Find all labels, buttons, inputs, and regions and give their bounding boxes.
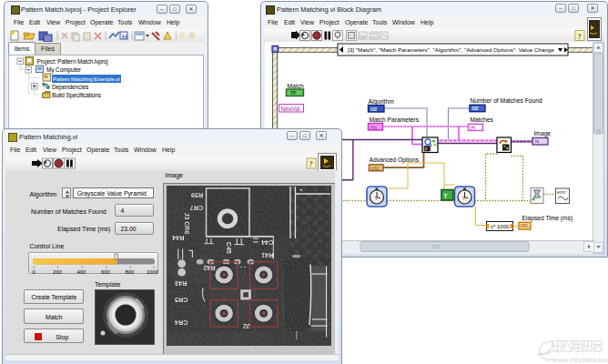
- svg-text:R44: R44: [172, 234, 184, 241]
- svg-text:Is: Is: [535, 138, 539, 144]
- svg-text:0: 0: [33, 269, 35, 275]
- svg-text:CR7: CR7: [190, 204, 203, 211]
- svg-text:[%]: [%]: [370, 125, 378, 130]
- svg-text:600: 600: [101, 269, 110, 275]
- svg-text:U32: U32: [371, 166, 380, 171]
- svg-text:?: ?: [462, 196, 466, 201]
- svg-text:TF: TF: [290, 90, 297, 96]
- svg-text:R42: R42: [204, 264, 216, 271]
- svg-text:Match: Match: [288, 83, 304, 89]
- svg-text:R43: R43: [175, 279, 187, 287]
- svg-text:?: ?: [578, 32, 582, 41]
- svg-text:T: T: [444, 193, 448, 199]
- svg-text:Advanced Options: Advanced Options: [370, 157, 420, 164]
- svg-text:Number of Matches Found: Number of Matches Found: [471, 97, 542, 104]
- svg-text:error: error: [557, 190, 566, 195]
- svg-text:[#]: [#]: [471, 125, 476, 130]
- svg-text:C44: C44: [261, 238, 273, 246]
- svg-text:ba: ba: [360, 34, 366, 39]
- svg-text:CR4: CR4: [175, 318, 187, 326]
- svg-text:J3 CR6: J3 CR6: [183, 213, 190, 235]
- svg-text:DBL: DBL: [521, 223, 530, 228]
- svg-text:[3] "Match", "Match Parameters: [3] "Match", "Match Parameters", "Algori…: [348, 46, 555, 53]
- svg-text:H: H: [122, 33, 127, 41]
- svg-text:P: P: [425, 147, 428, 152]
- svg-text:NewVal: NewVal: [281, 106, 300, 112]
- svg-text:Matches: Matches: [471, 116, 494, 123]
- svg-text:Image: Image: [534, 130, 552, 137]
- svg-text:I32: I32: [472, 106, 479, 111]
- svg-text:800: 800: [126, 269, 135, 275]
- svg-text:200: 200: [53, 269, 62, 275]
- svg-text:J2: J2: [243, 322, 250, 329]
- svg-text:R59: R59: [191, 191, 203, 198]
- svg-text:x* 1000: x* 1000: [491, 224, 510, 229]
- svg-text:1000: 1000: [147, 269, 158, 275]
- svg-text:400: 400: [77, 269, 86, 275]
- svg-text:I32: I32: [370, 106, 377, 112]
- svg-text:?: ?: [309, 159, 313, 168]
- svg-text:C45: C45: [225, 242, 232, 254]
- svg-text:Match Parameters: Match Parameters: [370, 116, 420, 123]
- svg-text:CR5: CR5: [175, 296, 187, 303]
- svg-text:R41: R41: [261, 251, 273, 258]
- svg-text:?: ?: [375, 196, 379, 201]
- svg-text:www.elecfans.com: www.elecfans.com: [552, 356, 608, 364]
- svg-text:Algorithm: Algorithm: [369, 98, 395, 106]
- svg-text:Elapsed Time (ms): Elapsed Time (ms): [522, 215, 573, 222]
